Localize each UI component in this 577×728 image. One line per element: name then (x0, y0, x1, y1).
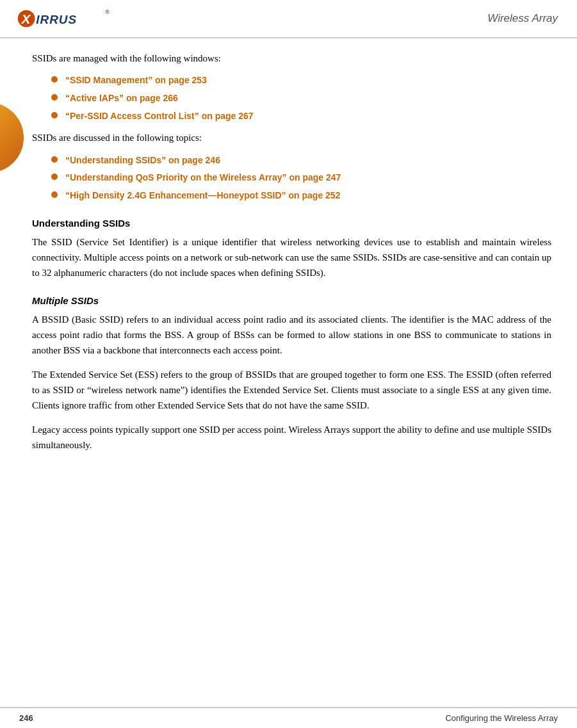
link-text[interactable]: “High Density 2.4G Enhancement—Honeypot … (65, 189, 340, 203)
svg-text:X: X (21, 12, 31, 26)
list-item: “High Density 2.4G Enhancement—Honeypot … (51, 189, 551, 203)
section2-paragraph3: Legacy access points typically support o… (32, 422, 551, 453)
section2-paragraph1: A BSSID (Basic SSID) refers to an indivi… (32, 312, 551, 358)
section1-paragraph: The SSID (Service Set Identifier) is a u… (32, 234, 551, 280)
link-text[interactable]: “Active IAPs” on page 266 (65, 92, 178, 106)
bullet-dot (51, 174, 58, 180)
managed-intro-text: SSIDs are managed with the following win… (32, 51, 551, 66)
logo: X IRRUS ® (13, 6, 115, 31)
list-item: “SSID Management” on page 253 (51, 74, 551, 88)
list-item: “Per-SSID Access Control List” on page 2… (51, 109, 551, 124)
page-header: X IRRUS ® Wireless Array (0, 0, 577, 38)
svg-text:®: ® (106, 9, 110, 15)
section2-heading: Multiple SSIDs (32, 293, 551, 308)
bullet-dot (51, 94, 58, 101)
bullet-dot (51, 191, 58, 198)
discussed-intro-text: SSIDs are discussed in the following top… (32, 131, 551, 145)
link-text[interactable]: “Per-SSID Access Control List” on page 2… (65, 109, 254, 124)
bullet-dot (51, 76, 58, 83)
link-text[interactable]: “Understanding SSIDs” on page 246 (65, 154, 220, 168)
link-text[interactable]: “Understanding QoS Priority on the Wirel… (65, 171, 341, 185)
managed-bullet-list: “SSID Management” on page 253 “Active IA… (51, 74, 551, 123)
link-text[interactable]: “SSID Management” on page 253 (65, 74, 207, 88)
list-item: “Understanding QoS Priority on the Wirel… (51, 171, 551, 185)
section-multiple-ssids: Multiple SSIDs A BSSID (Basic SSID) refe… (32, 293, 551, 453)
section-understanding-ssids: Understanding SSIDs The SSID (Service Se… (32, 216, 551, 280)
footer-page-number: 246 (19, 713, 33, 723)
footer-section-label: Configuring the Wireless Array (445, 713, 558, 723)
page-footer: 246 Configuring the Wireless Array (0, 707, 577, 728)
bullet-dot (51, 112, 58, 118)
header-title: Wireless Array (487, 12, 558, 25)
svg-text:IRRUS: IRRUS (36, 13, 77, 26)
list-item: “Understanding SSIDs” on page 246 (51, 154, 551, 168)
list-item: “Active IAPs” on page 266 (51, 92, 551, 106)
page-container: X IRRUS ® Wireless Array SSIDs are manag… (0, 0, 577, 728)
discussed-bullet-list: “Understanding SSIDs” on page 246 “Under… (51, 154, 551, 203)
section2-paragraph2: The Extended Service Set (ESS) refers to… (32, 367, 551, 413)
section1-heading: Understanding SSIDs (32, 216, 551, 231)
main-content: SSIDs are managed with the following win… (0, 38, 577, 474)
bullet-dot (51, 156, 58, 163)
